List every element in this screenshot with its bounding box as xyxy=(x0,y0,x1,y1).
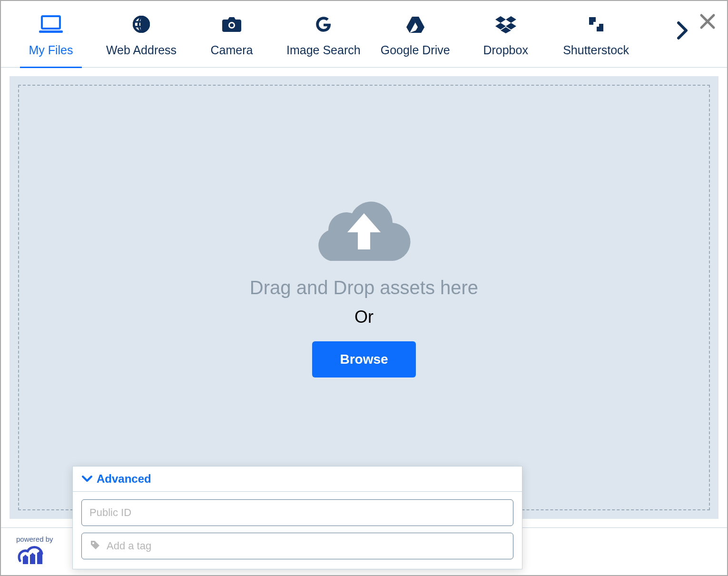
advanced-panel: Advanced xyxy=(72,466,522,569)
scroll-right-button[interactable] xyxy=(677,21,689,42)
tab-label: Camera xyxy=(211,43,253,57)
svg-rect-16 xyxy=(37,553,42,564)
tag-field-wrap xyxy=(81,533,513,559)
svg-point-13 xyxy=(92,542,94,544)
close-button[interactable] xyxy=(699,13,716,31)
svg-rect-1 xyxy=(39,30,63,33)
advanced-title: Advanced xyxy=(97,472,151,486)
svg-point-8 xyxy=(230,23,234,27)
powered-by-text: powered by xyxy=(16,535,53,543)
source-tab-bar: My Files Web Address Camera Image Search… xyxy=(1,1,727,68)
google-icon xyxy=(315,13,332,36)
camera-icon xyxy=(221,13,242,36)
powered-by-wrap: powered by xyxy=(16,535,53,568)
svg-rect-0 xyxy=(42,16,60,29)
dropbox-icon xyxy=(495,13,516,36)
or-text: Or xyxy=(354,307,374,327)
advanced-body xyxy=(73,492,522,569)
tab-my-files[interactable]: My Files xyxy=(6,1,96,68)
tab-label: Shutterstock xyxy=(563,43,629,57)
shutterstock-icon xyxy=(587,13,605,36)
svg-rect-12 xyxy=(599,24,603,31)
tab-camera[interactable]: Camera xyxy=(187,1,277,68)
file-drop-zone[interactable]: Drag and Drop assets here Or Browse xyxy=(10,76,718,519)
laptop-icon xyxy=(39,13,63,36)
google-drive-icon xyxy=(405,13,425,36)
tab-image-search[interactable]: Image Search xyxy=(277,1,370,68)
tab-dropbox[interactable]: Dropbox xyxy=(461,1,551,68)
svg-rect-15 xyxy=(30,555,35,564)
cloudinary-logo-icon xyxy=(16,545,53,568)
tag-input[interactable] xyxy=(107,540,505,552)
tab-label: My Files xyxy=(29,43,73,57)
browse-button[interactable]: Browse xyxy=(312,341,415,377)
tag-icon xyxy=(89,539,101,553)
drag-drop-text: Drag and Drop assets here xyxy=(250,277,478,298)
globe-icon xyxy=(132,13,151,36)
chevron-down-icon xyxy=(81,472,93,486)
svg-rect-14 xyxy=(23,556,28,564)
public-id-input[interactable] xyxy=(89,506,505,519)
advanced-toggle[interactable]: Advanced xyxy=(73,467,522,492)
public-id-field-wrap xyxy=(81,499,513,526)
tab-web-address[interactable]: Web Address xyxy=(96,1,187,68)
tab-label: Web Address xyxy=(106,43,177,57)
tab-label: Dropbox xyxy=(483,43,528,57)
tab-label: Google Drive xyxy=(381,43,450,57)
tab-google-drive[interactable]: Google Drive xyxy=(370,1,461,68)
tab-label: Image Search xyxy=(286,43,361,57)
cloud-upload-icon xyxy=(314,189,414,263)
tab-shutterstock[interactable]: Shutterstock xyxy=(551,1,641,68)
svg-rect-10 xyxy=(589,17,593,25)
